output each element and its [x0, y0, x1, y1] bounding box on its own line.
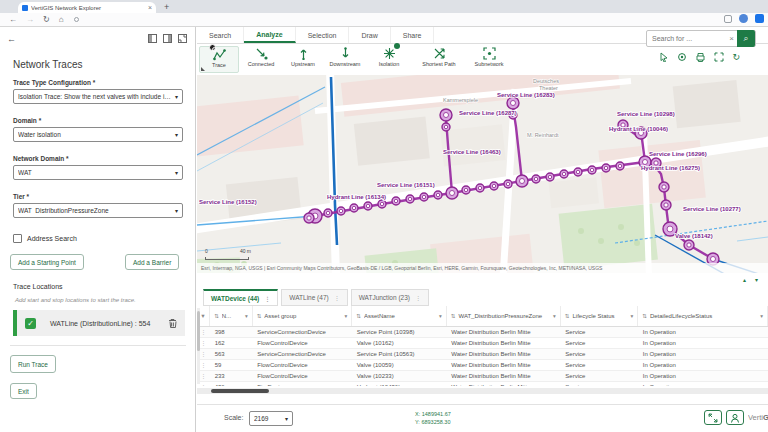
- fit-extent-button[interactable]: [704, 410, 722, 425]
- tab-draw[interactable]: Draw: [349, 27, 390, 43]
- add-starting-point-button[interactable]: Add a Starting Point: [10, 254, 84, 270]
- trace-tool-button[interactable]: Trace: [199, 46, 239, 73]
- back-icon[interactable]: ←: [9, 15, 17, 24]
- table-row[interactable]: ⋮233FlowControlDeviceValve (10233)Water …: [197, 370, 768, 381]
- trace-type-select[interactable]: Isolation Trace: Show the next valves wi…: [13, 89, 183, 104]
- tool-flyout-indicator: [201, 67, 205, 71]
- search-button[interactable]: ⌕: [737, 30, 755, 47]
- scale-select[interactable]: 2169 ▾: [249, 411, 293, 426]
- run-trace-button[interactable]: Run Trace: [10, 355, 56, 373]
- search-input[interactable]: [647, 35, 729, 42]
- reload-icon[interactable]: ↻: [43, 15, 50, 24]
- table-row[interactable]: ⋮436FireDeviceHydrant (10436)Water Distr…: [197, 381, 768, 386]
- table-row[interactable]: ⋮398ServiceConnectionDeviceService Point…: [197, 326, 768, 337]
- expand-table-icon[interactable]: ▴: [743, 276, 746, 283]
- domain-select[interactable]: Water isolation ▾: [13, 127, 183, 142]
- column-header[interactable]: ⇅AssetName▾: [352, 306, 447, 326]
- tier-select[interactable]: WAT_DistributionPressureZone ▾: [13, 203, 183, 218]
- browser-tab[interactable]: VertiGIS Network Explorer ×: [18, 2, 156, 13]
- trace-node-core: [478, 186, 481, 189]
- kebab-icon[interactable]: ⋮: [334, 294, 340, 301]
- item-accent-bar: [13, 310, 17, 336]
- trace-node-core: [492, 184, 495, 187]
- user-button[interactable]: [726, 410, 744, 425]
- refresh-icon[interactable]: ↻: [732, 52, 740, 64]
- isolation-tool-button[interactable]: Isolation: [369, 46, 409, 73]
- y-coordinate: Y: 6893258.30: [415, 418, 451, 426]
- results-tabs: WATDevice (44) ⋮ WATLine (47) ⋮ WATJunct…: [203, 289, 429, 306]
- forward-icon[interactable]: →: [26, 15, 34, 24]
- home-icon[interactable]: ⌂: [59, 15, 64, 24]
- new-tab-button[interactable]: +: [164, 2, 169, 12]
- shortest-path-tool-button[interactable]: Shortest Path: [415, 46, 463, 73]
- trace-node-core: [443, 112, 448, 117]
- dock-right-icon[interactable]: [163, 34, 172, 43]
- map-feature-label: Valve (18142): [675, 233, 713, 239]
- pointer-tool-icon[interactable]: [659, 52, 669, 64]
- trace-node-core: [339, 209, 342, 212]
- locate-icon[interactable]: [677, 52, 687, 64]
- tab-watjunction[interactable]: WATJunction (23) ⋮: [351, 289, 429, 306]
- trace-node-core: [366, 204, 369, 207]
- add-barrier-button[interactable]: Add a Barrier: [125, 254, 179, 270]
- column-header[interactable]: ⇅WAT_DistributionPressureZone▾: [446, 306, 560, 326]
- column-header[interactable]: ⇅Asset group▾: [252, 306, 352, 326]
- tab-watdevice[interactable]: WATDevice (44) ⋮: [203, 289, 278, 306]
- connected-tool-button[interactable]: Connected: [241, 46, 281, 73]
- clear-search-icon[interactable]: ×: [729, 34, 734, 43]
- item-label: WATLine (DistributionLine) : 554: [50, 320, 168, 327]
- network-traces-panel: ← Network Traces Trace Type Configuratio…: [0, 27, 196, 432]
- panel-back-icon[interactable]: ←: [7, 34, 16, 44]
- chevron-down-icon: ▾: [175, 131, 178, 138]
- delete-icon[interactable]: [168, 318, 177, 329]
- kebab-icon[interactable]: ⋮: [415, 294, 421, 301]
- table-toggle-row: ▴ ▾: [197, 273, 768, 289]
- panel-title: Network Traces: [13, 59, 82, 70]
- table-row[interactable]: ⋮162FlowControlDeviceValve (10162)Water …: [197, 337, 768, 348]
- tab-analyze[interactable]: Analyze: [244, 27, 295, 43]
- trace-location-item[interactable]: ✓ WATLine (DistributionLine) : 554: [13, 310, 185, 336]
- browser-menu-icon[interactable]: [755, 14, 764, 23]
- column-header[interactable]: ⇅Lifecycle Status▾: [560, 306, 637, 326]
- tab-share[interactable]: Share: [391, 27, 435, 43]
- downstream-icon: [339, 46, 352, 59]
- table-cell: Water Distribution Berlin Mitte: [446, 348, 560, 359]
- upstream-tool-button[interactable]: Upstream: [283, 46, 323, 73]
- fullscreen-icon[interactable]: [714, 52, 724, 64]
- collapse-table-icon[interactable]: ▾: [755, 276, 758, 283]
- scale-label: Scale:: [224, 414, 243, 421]
- address-search-checkbox[interactable]: [13, 234, 22, 243]
- site-info-icon[interactable]: [74, 17, 79, 22]
- tab-search[interactable]: Search: [197, 27, 244, 43]
- item-checkbox[interactable]: ✓: [25, 318, 36, 329]
- subnetwork-tool-button[interactable]: Subnetwork: [467, 46, 511, 73]
- profile-avatar[interactable]: [739, 14, 748, 23]
- dock-left-icon[interactable]: [148, 34, 157, 43]
- print-icon[interactable]: [695, 52, 706, 64]
- column-header[interactable]: ⇅N...▾: [210, 306, 253, 326]
- extensions-icon[interactable]: [724, 15, 732, 23]
- map-canvas[interactable]: DeutschesTheaterKammerspieleM. Reinhardt…: [197, 75, 768, 273]
- tab-selection[interactable]: Selection: [296, 27, 350, 43]
- chevron-down-icon: ▾: [285, 415, 288, 422]
- horizontal-scrollbar[interactable]: [197, 388, 768, 394]
- close-tab-icon[interactable]: ×: [148, 4, 152, 11]
- kebab-icon[interactable]: ⋮: [264, 295, 270, 302]
- address-search-label: Address Search: [27, 235, 77, 242]
- table-row[interactable]: ⋮59FlowControlDeviceValve (10059)Water D…: [197, 359, 768, 370]
- column-header[interactable]: ⇅DetailedLifecycleStatus▾: [638, 306, 768, 326]
- tab-watline[interactable]: WATLine (47) ⋮: [281, 289, 347, 306]
- trace-node-core: [326, 211, 329, 214]
- table-cell: Water Distribution Berlin Mitte: [446, 326, 560, 337]
- map-feature-label: Service Line (16152): [199, 199, 257, 205]
- field-label: Trace Type Configuration *: [13, 79, 183, 86]
- shortest-path-icon: [433, 46, 446, 59]
- table-row[interactable]: ⋮563ServiceConnectionDeviceService Point…: [197, 348, 768, 359]
- downstream-tool-button[interactable]: Downstream: [325, 46, 365, 73]
- active-tool-badge: [209, 44, 216, 51]
- exit-button[interactable]: Exit: [10, 383, 37, 399]
- map-feature-label: Service Line (16296): [649, 151, 707, 157]
- vertical-scrollbar[interactable]: [197, 308, 200, 384]
- expand-panel-icon[interactable]: [178, 34, 187, 43]
- network-domain-select[interactable]: WAT ▾: [13, 165, 183, 180]
